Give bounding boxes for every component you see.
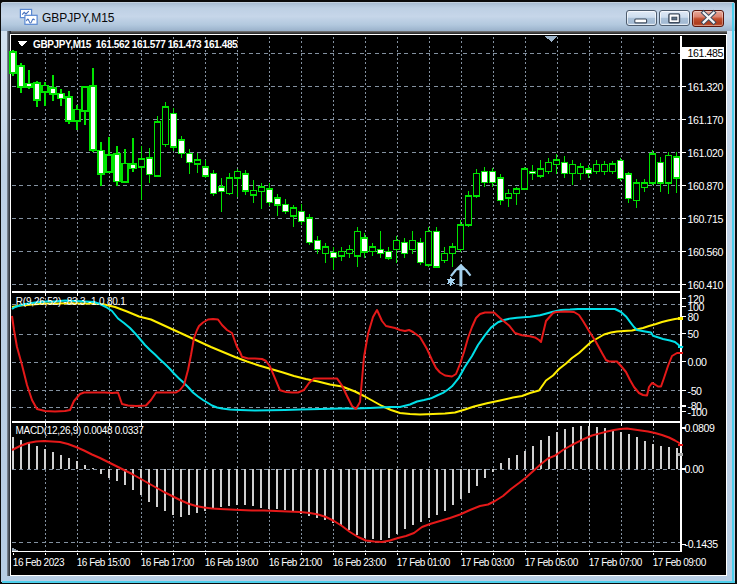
svg-text:16 Feb 19:00: 16 Feb 19:00 xyxy=(205,557,259,568)
svg-text:0.00: 0.00 xyxy=(688,356,708,368)
svg-text:-50: -50 xyxy=(688,385,703,397)
svg-text:17 Feb 05:00: 17 Feb 05:00 xyxy=(525,557,579,568)
svg-text:16 Feb 15:00: 16 Feb 15:00 xyxy=(77,557,131,568)
svg-text:16 Feb 2023: 16 Feb 2023 xyxy=(13,557,65,568)
svg-text:161.320: 161.320 xyxy=(688,81,724,93)
svg-text:160.870: 160.870 xyxy=(688,180,724,192)
svg-text:17 Feb 03:00: 17 Feb 03:00 xyxy=(461,557,515,568)
svg-text:MACD(12,26,9) 0.0048 0.0337: MACD(12,26,9) 0.0048 0.0337 xyxy=(16,425,145,436)
svg-text:50: 50 xyxy=(688,328,699,340)
svg-text:16 Feb 21:00: 16 Feb 21:00 xyxy=(269,557,323,568)
svg-text:160.410: 160.410 xyxy=(688,279,724,291)
svg-text:160.560: 160.560 xyxy=(688,246,724,258)
svg-text:-100: -100 xyxy=(688,406,708,418)
svg-text:161.170: 161.170 xyxy=(688,114,724,126)
svg-text:0.0809: 0.0809 xyxy=(685,422,716,434)
svg-text:17 Feb 09:00: 17 Feb 09:00 xyxy=(653,557,707,568)
svg-text:160.715: 160.715 xyxy=(688,213,724,225)
svg-text:17 Feb 07:00: 17 Feb 07:00 xyxy=(589,557,643,568)
svg-text:17 Feb 01:00: 17 Feb 01:00 xyxy=(397,557,451,568)
svg-text:161.020: 161.020 xyxy=(688,147,724,159)
svg-text:80: 80 xyxy=(688,311,699,323)
svg-text:GBPJPY,M15 161.562 161.577 16: GBPJPY,M15 161.562 161.577 161.473 161.4… xyxy=(33,39,238,50)
svg-text:0.00: 0.00 xyxy=(685,463,705,475)
svg-text:-0.1435: -0.1435 xyxy=(685,538,719,550)
svg-text:R(9,26,52) -83.3 -1.0 80.1: R(9,26,52) -83.3 -1.0 80.1 xyxy=(16,296,127,307)
svg-text:16 Feb 17:00: 16 Feb 17:00 xyxy=(141,557,195,568)
svg-text:161.485: 161.485 xyxy=(688,47,724,59)
svg-text:16 Feb 23:00: 16 Feb 23:00 xyxy=(333,557,387,568)
